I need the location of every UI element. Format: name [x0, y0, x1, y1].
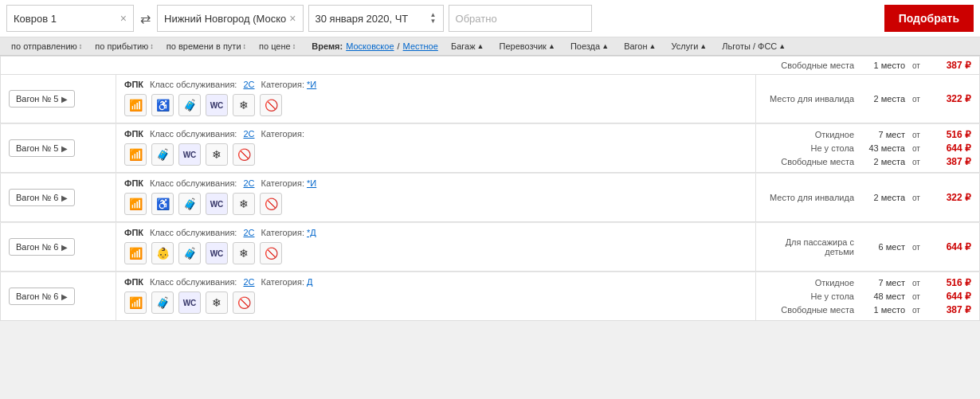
- wagon-info-top-2: ФПК Класс обслуживания: 2С Категория: *И: [124, 178, 747, 188]
- ac-icon: ❄: [233, 242, 255, 264]
- wagon-badge-1[interactable]: Вагон № 5 ▶: [9, 139, 75, 157]
- sort-price[interactable]: по цене ↕: [254, 41, 300, 51]
- wc-icon: WC: [206, 94, 228, 116]
- wagon-service-class-0[interactable]: 2С: [243, 80, 254, 89]
- sort-train[interactable]: Поезда ▲: [566, 41, 613, 51]
- price-value-1-1: 644 ₽: [927, 143, 971, 154]
- ac-icon: ❄: [206, 291, 228, 314]
- sort-wagon-arrow: ▲: [649, 42, 657, 50]
- wagon-right-2: Место для инвалида 2 места от 322 ₽: [756, 174, 979, 221]
- wagon-badge-arrow-1: ▶: [61, 144, 68, 153]
- from-value: Ковров 1: [14, 13, 117, 25]
- wagon-card-1: Вагон № 5 ▶ ФПК Класс обслуживания: 2С К…: [0, 124, 980, 173]
- sort-div-7: [562, 41, 564, 51]
- wagon-row-1: Вагон № 5 ▶ ФПК Класс обслуживания: 2С К…: [1, 124, 979, 172]
- price-count-4-1: 48 мест: [857, 291, 905, 301]
- sort-div-4: [302, 41, 307, 51]
- sort-wagon-label: Вагон: [624, 41, 647, 51]
- to-clear-icon[interactable]: ×: [289, 12, 296, 25]
- from-clear-icon[interactable]: ×: [120, 12, 127, 25]
- price-label-2-0: Место для инвалида: [764, 193, 854, 202]
- from-input[interactable]: Ковров 1 ×: [6, 5, 134, 32]
- ac-icon: ❄: [206, 143, 228, 166]
- sort-arrival[interactable]: по прибытию ↕: [90, 41, 159, 51]
- sort-wagon[interactable]: Вагон ▲: [619, 41, 661, 51]
- sort-services[interactable]: Услуги ▲: [667, 41, 712, 51]
- sort-benefits[interactable]: Льготы / ФСС ▲: [717, 41, 790, 51]
- wagon-badge-arrow-2: ▶: [61, 194, 68, 202]
- date-down-icon[interactable]: ▼: [430, 18, 437, 25]
- wagon-category-link-3[interactable]: *Д: [307, 228, 316, 237]
- sort-baggage[interactable]: Багаж ▲: [446, 41, 489, 51]
- wagon-category-link-0[interactable]: *И: [307, 80, 316, 89]
- wagon-service-class-3[interactable]: 2С: [243, 228, 254, 237]
- sort-local-link[interactable]: Местное: [403, 41, 438, 51]
- wagon-right-0: Место для инвалида 2 места от 322 ₽: [756, 75, 979, 123]
- wagon-company-3: ФПК: [124, 228, 143, 237]
- wagon-category-link-4[interactable]: Д: [307, 277, 312, 287]
- price-value-2-0: 322 ₽: [927, 192, 971, 203]
- wagon-service-class-2[interactable]: 2С: [243, 178, 254, 188]
- price-value-1-0: 516 ₽: [927, 129, 971, 140]
- partial-price: 387 ₽: [927, 60, 971, 71]
- price-label-1-2: Свободные места: [764, 157, 854, 166]
- price-from-1-2: от: [908, 158, 924, 166]
- price-count-0-0: 2 места: [857, 94, 905, 104]
- sort-baggage-label: Багаж: [451, 41, 476, 51]
- swap-button[interactable]: ⇄: [139, 11, 152, 26]
- sort-moscow-link[interactable]: Московское: [346, 41, 394, 51]
- price-count-4-0: 7 мест: [857, 278, 905, 288]
- wagon-category-block-0: Категория: *И: [261, 80, 317, 89]
- wagon-service-class-1[interactable]: 2С: [243, 129, 254, 139]
- sort-div-9: [662, 41, 664, 51]
- wc-icon: WC: [206, 242, 228, 264]
- partial-label: Свободные места: [9, 61, 854, 70]
- wc-icon: WC: [178, 291, 201, 314]
- return-input[interactable]: Обратно: [449, 5, 592, 32]
- sort-div-6: [491, 41, 493, 51]
- price-row-1-2: Свободные места 2 места от 387 ₽: [764, 156, 971, 167]
- wagon-icons-0: 📶♿🧳WC❄🚫: [124, 94, 747, 116]
- wagon-badge-4[interactable]: Вагон № 6 ▶: [9, 288, 75, 305]
- price-value-4-0: 516 ₽: [927, 277, 971, 288]
- wagon-info-top-0: ФПК Класс обслуживания: 2С Категория: *И: [124, 80, 747, 89]
- date-input[interactable]: 30 января 2020, ЧТ ▲ ▼: [308, 5, 444, 32]
- child-icon: 👶: [151, 242, 174, 264]
- price-from-1-0: от: [908, 131, 924, 139]
- date-arrows[interactable]: ▲ ▼: [430, 12, 437, 25]
- nosmoking-icon: 🚫: [233, 143, 255, 166]
- date-value: 30 января 2020, ЧТ: [316, 13, 427, 25]
- sort-carrier[interactable]: Перевозчик ▲: [495, 41, 560, 51]
- search-button[interactable]: Подобрать: [884, 5, 974, 32]
- wagon-badge-3[interactable]: Вагон № 6 ▶: [9, 238, 75, 256]
- wagon-service-class-4[interactable]: 2С: [243, 277, 254, 287]
- price-from-4-2: от: [908, 306, 924, 315]
- sort-time-sep: /: [398, 41, 400, 51]
- signal-icon: 📶: [124, 291, 147, 314]
- price-count-2-0: 2 места: [857, 193, 905, 202]
- wagon-badge-0[interactable]: Вагон № 5 ▶: [9, 90, 75, 108]
- price-label-4-1: Не у стола: [764, 291, 854, 301]
- wagon-left-2: Вагон № 6 ▶: [1, 174, 116, 221]
- wagon-category-block-2: Категория: *И: [261, 178, 317, 188]
- wagon-icons-4: 📶🧳WC❄🚫: [124, 291, 747, 314]
- price-row-4-1: Не у стола 48 мест от 644 ₽: [764, 291, 971, 302]
- wagon-badge-2[interactable]: Вагон № 6 ▶: [9, 189, 75, 206]
- wagon-category-prefix-0: Категория:: [261, 80, 304, 89]
- wagon-category-link-2[interactable]: *И: [307, 178, 316, 188]
- sort-travel-time[interactable]: по времени в пути ↕: [162, 41, 251, 51]
- sort-departure-label: по отправлению: [11, 41, 77, 51]
- wagon-icons-3: 📶👶🧳WC❄🚫: [124, 242, 747, 264]
- wagon-info-top-1: ФПК Класс обслуживания: 2С Категория:: [124, 129, 747, 139]
- sort-benefits-label: Льготы / ФСС: [722, 41, 777, 51]
- sort-carrier-label: Перевозчик: [500, 41, 547, 51]
- sort-services-arrow: ▲: [700, 42, 707, 50]
- signal-icon: 📶: [124, 94, 147, 116]
- bag-icon: 🧳: [178, 94, 201, 116]
- nosmoking-icon: 🚫: [260, 193, 282, 215]
- wagon-badge-arrow-4: ▶: [61, 292, 68, 301]
- wagon-right-4: Откидное 7 мест от 516 ₽ Не у стола 48 м…: [756, 272, 979, 320]
- to-input[interactable]: Нижний Новгород (Моско ×: [157, 5, 304, 32]
- sort-departure[interactable]: по отправлению ↕: [6, 41, 87, 51]
- search-header: Ковров 1 × ⇄ Нижний Новгород (Моско × 30…: [0, 0, 980, 37]
